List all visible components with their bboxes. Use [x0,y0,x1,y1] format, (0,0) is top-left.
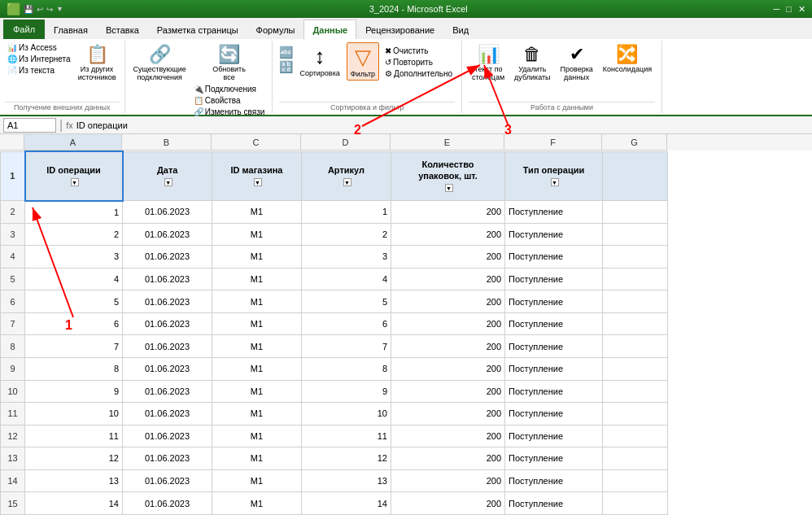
btn-advanced[interactable]: ⚙ Дополнительно [382,68,455,79]
quick-access-dropdown[interactable]: ▼ [56,5,63,13]
cell-e13[interactable]: 200 [391,447,505,470]
cell-e9[interactable]: 200 [391,357,505,380]
col-header-b[interactable]: B [122,134,212,151]
cell-b14[interactable]: 01.06.2023 [123,469,212,492]
cell-e3[interactable]: 200 [391,223,505,246]
cell-a2[interactable]: 1 [25,201,123,224]
cell-f5[interactable]: Поступление [505,268,603,290]
cell-a6[interactable]: 5 [25,290,123,313]
cell-g13[interactable] [603,447,668,470]
cell-c11[interactable]: М1 [212,403,302,426]
cell-f12[interactable]: Поступление [505,425,603,447]
cell-e15[interactable]: 200 [391,492,505,515]
cell-f4[interactable]: Поступление [505,246,603,268]
tab-page-layout[interactable]: Разметка страницы [148,20,247,39]
cell-b2[interactable]: 01.06.2023 [123,201,212,224]
cell-e11[interactable]: 200 [391,403,505,426]
sort-az-icon[interactable]: 🔤 [279,46,293,59]
cell-d4[interactable]: 3 [302,246,391,268]
cell-a11[interactable]: 10 [25,403,123,426]
cell-d14[interactable]: 13 [302,469,391,492]
btn-connections[interactable]: 🔌 Подключения [191,84,268,94]
cell-e6[interactable]: 200 [391,290,505,313]
cell-a14[interactable]: 13 [25,469,123,492]
cell-f7[interactable]: Поступление [505,312,603,335]
filter-btn-c[interactable]: ▼ [254,178,262,186]
maximize-btn[interactable]: □ [786,4,792,15]
cell-d10[interactable]: 9 [302,380,391,403]
btn-from-other-sources[interactable]: 📋 Из другихисточников [75,42,120,83]
cell-a3[interactable]: 2 [25,223,123,246]
btn-filter[interactable]: ▽ Фильтр [347,42,379,81]
cell-c2[interactable]: М1 [212,201,302,224]
cell-g2[interactable] [603,201,668,224]
cell-b8[interactable]: 01.06.2023 [123,335,212,358]
col-header-e[interactable]: E [391,134,504,151]
cell-d8[interactable]: 7 [302,335,391,358]
cell-f9[interactable]: Поступление [505,357,603,380]
tab-review[interactable]: Рецензирование [356,20,443,39]
cell-c7[interactable]: М1 [212,312,302,335]
cell-b7[interactable]: 01.06.2023 [123,312,212,335]
cell-a13[interactable]: 12 [25,447,123,470]
tab-formulas[interactable]: Формулы [247,20,304,39]
filter-btn-d[interactable]: ▼ [343,178,351,186]
cell-b10[interactable]: 01.06.2023 [123,380,212,403]
cell-e5[interactable]: 200 [391,268,505,290]
cell-d2[interactable]: 1 [302,201,391,224]
cell-e2[interactable]: 200 [391,201,505,224]
cell-b3[interactable]: 01.06.2023 [123,223,212,246]
cell-e7[interactable]: 200 [391,312,505,335]
cell-b9[interactable]: 01.06.2023 [123,357,212,380]
cell-a15[interactable]: 14 [25,492,123,515]
cell-b13[interactable]: 01.06.2023 [123,447,212,470]
cell-f14[interactable]: Поступление [505,469,603,492]
cell-a5[interactable]: 4 [25,268,123,290]
cell-f8[interactable]: Поступление [505,335,603,358]
tab-data[interactable]: Данные [303,20,356,39]
cell-a8[interactable]: 7 [25,335,123,358]
cell-c12[interactable]: М1 [212,425,302,447]
cell-f3[interactable]: Поступление [505,223,603,246]
btn-sort[interactable]: ↕ Сортировка [296,42,343,79]
formula-content[interactable]: ID операции [76,120,809,130]
cell-d6[interactable]: 5 [302,290,391,313]
cell-d13[interactable]: 12 [302,447,391,470]
btn-from-text[interactable]: 📄 Из текста [5,65,73,76]
cell-d9[interactable]: 8 [302,357,391,380]
quick-access-save[interactable]: 💾 [24,5,33,14]
cell-d7[interactable]: 6 [302,312,391,335]
cell-e14[interactable]: 200 [391,469,505,492]
cell-a9[interactable]: 8 [25,357,123,380]
cell-b11[interactable]: 01.06.2023 [123,403,212,426]
cell-g15[interactable] [603,492,668,515]
col-header-c[interactable]: C [212,134,301,151]
cell-d5[interactable]: 4 [302,268,391,290]
cell-g6[interactable] [603,290,668,313]
cell-b15[interactable]: 01.06.2023 [123,492,212,515]
col-header-a[interactable]: A [24,134,122,151]
cell-g7[interactable] [603,312,668,335]
cell-g10[interactable] [603,380,668,403]
cell-b5[interactable]: 01.06.2023 [123,268,212,290]
cell-b12[interactable]: 01.06.2023 [123,425,212,447]
cell-g9[interactable] [603,357,668,380]
name-box[interactable]: A1 [3,118,56,133]
cell-g14[interactable] [603,469,668,492]
btn-data-validation[interactable]: ✔ Проверкаданных [557,42,596,83]
cell-g4[interactable] [603,246,668,268]
cell-e12[interactable]: 200 [391,425,505,447]
cell-f13[interactable]: Поступление [505,447,603,470]
btn-existing-connections[interactable]: 🔗 Существующиеподключения [130,42,190,83]
cell-g5[interactable] [603,268,668,290]
cell-d11[interactable]: 10 [302,403,391,426]
cell-e10[interactable]: 200 [391,380,505,403]
quick-access-undo[interactable]: ↩ [37,5,43,14]
cell-c4[interactable]: М1 [212,246,302,268]
cell-c6[interactable]: М1 [212,290,302,313]
window-controls[interactable]: ─ □ ✕ [774,4,805,15]
cell-a4[interactable]: 3 [25,246,123,268]
cell-c10[interactable]: М1 [212,380,302,403]
btn-text-to-columns[interactable]: 📊 Текст постолбцам [469,42,508,83]
cell-f10[interactable]: Поступление [505,380,603,403]
